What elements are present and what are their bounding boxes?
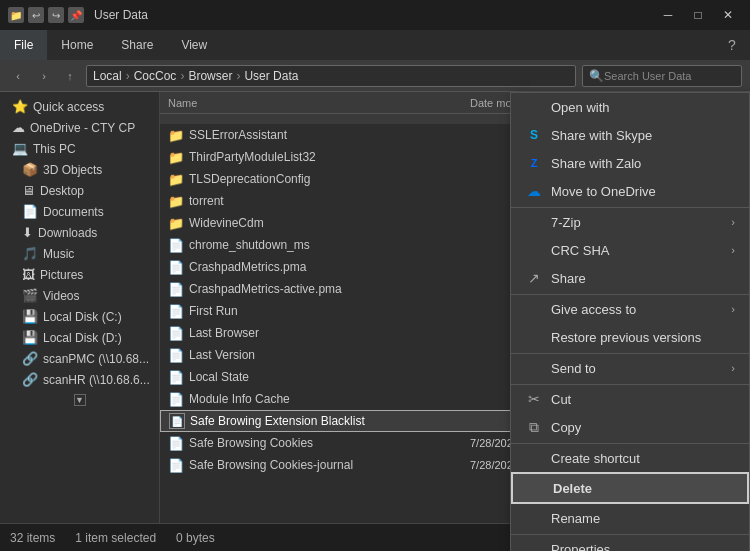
quick-access-icon: ⭐ xyxy=(12,99,28,114)
breadcrumb-browser[interactable]: Browser xyxy=(188,69,232,83)
downloads-icon: ⬇ xyxy=(22,225,33,240)
file-name: torrent xyxy=(189,194,470,208)
sidebar-item-pictures[interactable]: 🖼 Pictures xyxy=(0,264,159,285)
3d-objects-icon: 📦 xyxy=(22,162,38,177)
open-with-icon xyxy=(525,98,543,116)
forward-button[interactable]: › xyxy=(34,66,54,86)
ctx-delete[interactable]: Delete 👉 xyxy=(511,472,749,504)
title-bar: 📁 ↩ ↪ 📌 User Data ─ □ ✕ xyxy=(0,0,750,30)
ctx-label-cut: Cut xyxy=(551,392,571,407)
onedrive-icon: ☁ xyxy=(12,120,25,135)
file-icon: 📄 xyxy=(168,304,184,319)
sidebar-item-3d-objects[interactable]: 📦 3D Objects xyxy=(0,159,159,180)
file-name: Last Browser xyxy=(189,326,470,340)
sep3: › xyxy=(236,69,240,83)
file-icon: 📄 xyxy=(168,436,184,451)
sidebar-item-documents[interactable]: 📄 Documents xyxy=(0,201,159,222)
ctx-copy[interactable]: ⧉ Copy xyxy=(511,413,749,441)
sidebar-item-this-pc[interactable]: 💻 This PC xyxy=(0,138,159,159)
tab-file[interactable]: File xyxy=(0,30,47,60)
tab-home[interactable]: Home xyxy=(47,30,107,60)
ctx-give-access[interactable]: Give access to › xyxy=(511,294,749,323)
folder-icon: 📁 xyxy=(168,150,184,165)
address-bar-area: ‹ › ↑ Local › CocCoc › Browser › User Da… xyxy=(0,60,750,92)
sidebar-label-downloads: Downloads xyxy=(38,226,97,240)
file-name: Last Version xyxy=(189,348,470,362)
tab-share[interactable]: Share xyxy=(107,30,167,60)
breadcrumb-userdata[interactable]: User Data xyxy=(244,69,298,83)
file-name: CrashpadMetrics-active.pma xyxy=(189,282,470,296)
up-button[interactable]: ↑ xyxy=(60,66,80,86)
context-menu: Open with S Share with Skype Z Share wit… xyxy=(510,92,750,551)
ctx-share[interactable]: ↗ Share xyxy=(511,264,749,292)
sidebar-item-scanhr[interactable]: 🔗 scanHR (\\10.68.6... xyxy=(0,369,159,390)
address-bar[interactable]: Local › CocCoc › Browser › User Data xyxy=(86,65,576,87)
ctx-onedrive[interactable]: ☁ Move to OneDrive xyxy=(511,177,749,205)
file-icon: 📄 xyxy=(169,413,185,429)
copy-icon: ⧉ xyxy=(525,418,543,436)
file-name: Safe Browsing Cookies-journal xyxy=(189,458,470,472)
ctx-restore[interactable]: Restore previous versions xyxy=(511,323,749,351)
search-box[interactable]: 🔍 Search User Data xyxy=(582,65,742,87)
arrow-icon: › xyxy=(731,244,735,256)
shortcut-icon xyxy=(525,449,543,467)
file-icon: 📄 xyxy=(168,348,184,363)
sidebar-item-desktop[interactable]: 🖥 Desktop xyxy=(0,180,159,201)
file-name: Safe Browing Extension Blacklist xyxy=(190,414,469,428)
sidebar-label-disk-d: Local Disk (D:) xyxy=(43,331,122,345)
close-button[interactable]: ✕ xyxy=(714,1,742,29)
breadcrumb-coccoc[interactable]: CocCoc xyxy=(134,69,177,83)
arrow-icon: › xyxy=(731,362,735,374)
sidebar-item-music[interactable]: 🎵 Music xyxy=(0,243,159,264)
tab-view[interactable]: View xyxy=(167,30,221,60)
ctx-cut[interactable]: ✂ Cut xyxy=(511,384,749,413)
file-name: CrashpadMetrics.pma xyxy=(189,260,470,274)
ctx-share-zalo[interactable]: Z Share with Zalo xyxy=(511,149,749,177)
pin-icon[interactable]: 📌 xyxy=(68,7,84,23)
window-title: User Data xyxy=(94,8,148,22)
maximize-button[interactable]: □ xyxy=(684,1,712,29)
sidebar-expand-button[interactable]: ▼ xyxy=(74,394,86,406)
sidebar-item-onedrive[interactable]: ☁ OneDrive - CTY CP xyxy=(0,117,159,138)
minimize-button[interactable]: ─ xyxy=(654,1,682,29)
title-bar-icons: 📁 ↩ ↪ 📌 xyxy=(8,7,84,23)
sidebar-item-scanpmc[interactable]: 🔗 scanPMC (\\10.68... xyxy=(0,348,159,369)
ctx-share-skype[interactable]: S Share with Skype xyxy=(511,121,749,149)
redo-icon[interactable]: ↪ xyxy=(48,7,64,23)
file-name: WidevineCdm xyxy=(189,216,470,230)
breadcrumb-local[interactable]: Local xyxy=(93,69,122,83)
ctx-create-shortcut[interactable]: Create shortcut xyxy=(511,443,749,472)
undo-icon[interactable]: ↩ xyxy=(28,7,44,23)
ctx-7zip[interactable]: 7-Zip › xyxy=(511,207,749,236)
file-icon: 📄 xyxy=(168,370,184,385)
onedrive-menu-icon: ☁ xyxy=(525,182,543,200)
col-header-name[interactable]: Name xyxy=(168,97,470,109)
back-button[interactable]: ‹ xyxy=(8,66,28,86)
ctx-open-with[interactable]: Open with xyxy=(511,93,749,121)
item-count: 32 items xyxy=(10,531,55,545)
arrow-icon: › xyxy=(731,216,735,228)
main-area: ⭐ Quick access ☁ OneDrive - CTY CP 💻 Thi… xyxy=(0,92,750,523)
sidebar-item-quick-access[interactable]: ⭐ Quick access xyxy=(0,96,159,117)
search-placeholder: Search User Data xyxy=(604,70,691,82)
ctx-label-skype: Share with Skype xyxy=(551,128,652,143)
sidebar-label-disk-c: Local Disk (C:) xyxy=(43,310,122,324)
help-button[interactable]: ? xyxy=(722,35,742,55)
ctx-properties[interactable]: Properties xyxy=(511,534,749,551)
ctx-send-to[interactable]: Send to › xyxy=(511,353,749,382)
ctx-rename[interactable]: Rename xyxy=(511,504,749,532)
file-list-container: Name Date modified Type Size 📁 SSLErrorA… xyxy=(160,92,750,523)
sidebar-item-downloads[interactable]: ⬇ Downloads xyxy=(0,222,159,243)
sidebar-item-disk-c[interactable]: 💾 Local Disk (C:) xyxy=(0,306,159,327)
scanpmc-icon: 🔗 xyxy=(22,351,38,366)
properties-icon xyxy=(525,540,543,551)
sep1: › xyxy=(126,69,130,83)
sidebar-item-videos[interactable]: 🎬 Videos xyxy=(0,285,159,306)
file-name: SSLErrorAssistant xyxy=(189,128,470,142)
file-name: TLSDeprecationConfig xyxy=(189,172,470,186)
sidebar-item-disk-d[interactable]: 💾 Local Disk (D:) xyxy=(0,327,159,348)
ctx-crc[interactable]: CRC SHA › xyxy=(511,236,749,264)
folder-icon: 📁 xyxy=(168,172,184,187)
sidebar-label-desktop: Desktop xyxy=(40,184,84,198)
sidebar: ⭐ Quick access ☁ OneDrive - CTY CP 💻 Thi… xyxy=(0,92,160,523)
